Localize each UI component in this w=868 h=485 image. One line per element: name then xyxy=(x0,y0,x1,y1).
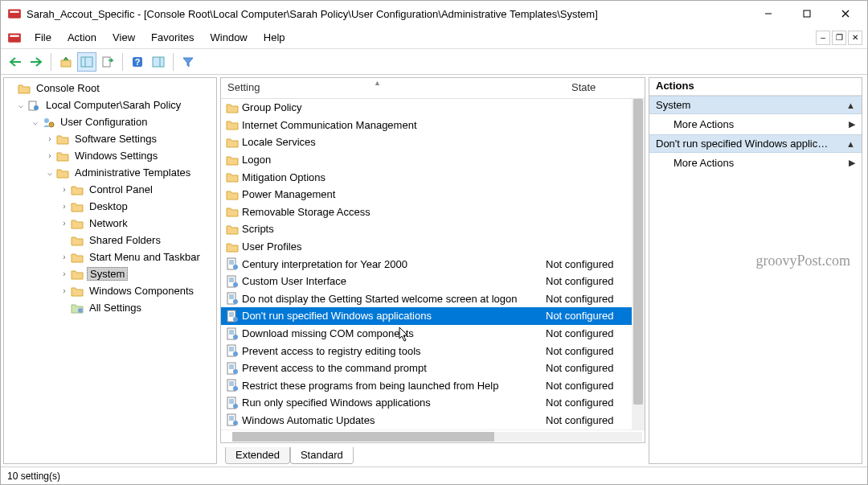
tree-panel[interactable]: ▸ Console Root ⌵ Local Computer\Sarah Po… xyxy=(3,77,217,464)
list-folder-item[interactable]: Power Management xyxy=(221,186,645,203)
menu-view[interactable]: View xyxy=(104,28,143,47)
menu-window[interactable]: Window xyxy=(203,28,256,47)
mdi-minimize-button[interactable]: – xyxy=(816,31,830,45)
list-setting-item[interactable]: Don't run specified Windows applications… xyxy=(221,307,645,325)
svg-rect-8 xyxy=(61,60,71,67)
list-setting-item[interactable]: Run only specified Windows applicationsN… xyxy=(221,394,645,412)
row-label: Do not display the Getting Started welco… xyxy=(242,293,518,305)
tree-desktop[interactable]: › Desktop xyxy=(4,198,216,215)
row-label: Group Policy xyxy=(242,101,301,113)
list-setting-item[interactable]: Century interpretation for Year 2000Not … xyxy=(221,255,645,273)
close-button[interactable] xyxy=(827,2,864,26)
svg-point-50 xyxy=(233,351,238,356)
minimize-button[interactable] xyxy=(750,2,787,26)
tree-all-settings[interactable]: › All Settings xyxy=(4,299,216,316)
tree-administrative-templates[interactable]: ⌵ Administrative Templates xyxy=(4,164,216,181)
forward-button[interactable] xyxy=(27,52,46,72)
row-label: Power Management xyxy=(242,188,335,200)
row-label: Download missing COM components xyxy=(242,327,414,339)
list-folder-item[interactable]: Group Policy xyxy=(221,99,645,117)
show-hide-tree-button[interactable] xyxy=(77,52,96,72)
row-state: Not configured xyxy=(546,397,614,409)
row-label: Run only specified Windows applications xyxy=(242,397,431,409)
action-more-system[interactable]: More Actions ▶ xyxy=(649,114,862,134)
action-more-selected[interactable]: More Actions ▶ xyxy=(649,153,862,173)
list-setting-item[interactable]: Do not display the Getting Started welco… xyxy=(221,290,645,308)
sort-indicator-icon: ▲ xyxy=(374,79,381,87)
tree-shared-folders[interactable]: › Shared Folders xyxy=(4,232,216,249)
tree-console-root[interactable]: ▸ Console Root xyxy=(4,80,216,97)
list-header: ▲ Setting State xyxy=(221,78,645,99)
svg-rect-9 xyxy=(81,57,92,67)
tree-software-settings[interactable]: › Software Settings xyxy=(4,130,216,147)
tree-control-panel[interactable]: › Control Panel xyxy=(4,181,216,198)
list-setting-item[interactable]: Prevent access to registry editing tools… xyxy=(221,342,645,360)
filter-button[interactable] xyxy=(178,52,198,72)
list-folder-item[interactable]: Scripts xyxy=(221,220,645,238)
status-bar: 10 setting(s) xyxy=(1,467,867,484)
show-hide-actions-button[interactable] xyxy=(149,52,168,72)
svg-point-19 xyxy=(49,122,54,127)
row-label: Mitigation Options xyxy=(242,171,326,183)
row-label: Prevent access to registry editing tools xyxy=(242,345,421,357)
settings-list[interactable]: Group PolicyInternet Communication Manag… xyxy=(221,99,645,430)
tree-local-computer-policy[interactable]: ⌵ Local Computer\Sarah Policy xyxy=(4,97,216,113)
svg-point-55 xyxy=(233,369,238,374)
menu-file[interactable]: File xyxy=(27,28,59,47)
tree-start-menu[interactable]: › Start Menu and Taskbar xyxy=(4,249,216,265)
mdi-close-button[interactable]: ✕ xyxy=(848,31,862,45)
svg-rect-6 xyxy=(8,33,21,42)
status-text: 10 setting(s) xyxy=(7,471,60,482)
tree-windows-settings[interactable]: › Windows Settings xyxy=(4,147,216,164)
action-group-system[interactable]: System ▲ xyxy=(649,96,862,114)
tabs-bar: Extended Standard xyxy=(220,445,645,464)
tree-system[interactable]: › System xyxy=(4,265,216,282)
list-folder-item[interactable]: Internet Communication Management xyxy=(221,117,645,134)
row-state: Not configured xyxy=(546,380,614,392)
row-label: Removable Storage Access xyxy=(242,206,371,218)
list-setting-item[interactable]: Download missing COM componentsNot confi… xyxy=(221,325,645,343)
vertical-scrollbar[interactable] xyxy=(632,99,645,430)
svg-point-35 xyxy=(233,299,238,304)
tree-network[interactable]: › Network xyxy=(4,215,216,232)
tab-extended[interactable]: Extended xyxy=(225,447,290,464)
list-folder-item[interactable]: User Profiles xyxy=(221,238,645,256)
column-header-setting[interactable]: Setting xyxy=(221,78,546,98)
action-group-selected[interactable]: Don't run specified Windows applicat... … xyxy=(649,134,862,153)
list-folder-item[interactable]: Logon xyxy=(221,151,645,169)
list-folder-item[interactable]: Removable Storage Access xyxy=(221,203,645,221)
tab-standard[interactable]: Standard xyxy=(290,447,354,464)
list-setting-item[interactable]: Windows Automatic UpdatesNot configured xyxy=(221,412,645,430)
svg-rect-1 xyxy=(10,11,18,13)
row-state: Not configured xyxy=(546,258,614,270)
export-button[interactable] xyxy=(98,52,117,72)
center-panel: ▲ Setting State Group PolicyInternet Com… xyxy=(220,77,645,464)
list-setting-item[interactable]: Prevent access to the command promptNot … xyxy=(221,360,645,377)
horizontal-scrollbar[interactable] xyxy=(232,432,642,442)
menu-action[interactable]: Action xyxy=(59,28,104,47)
row-state: Not configured xyxy=(546,310,614,322)
help-button[interactable]: ? xyxy=(128,52,147,72)
svg-point-25 xyxy=(233,265,238,269)
tree-user-configuration[interactable]: ⌵ User Configuration xyxy=(4,113,216,130)
column-header-state[interactable]: State xyxy=(546,78,645,98)
svg-point-40 xyxy=(233,317,238,322)
list-folder-item[interactable]: Locale Services xyxy=(221,134,645,151)
tree-windows-components[interactable]: › Windows Components xyxy=(4,282,216,299)
list-setting-item[interactable]: Custom User InterfaceNot configured xyxy=(221,273,645,290)
list-folder-item[interactable]: Mitigation Options xyxy=(221,168,645,186)
actions-panel: Actions System ▲ More Actions ▶ Don't ru… xyxy=(649,77,862,464)
back-button[interactable] xyxy=(6,52,25,72)
list-setting-item[interactable]: Restrict these programs from being launc… xyxy=(221,377,645,395)
menu-help[interactable]: Help xyxy=(256,28,293,47)
svg-point-18 xyxy=(44,118,49,123)
title-bar: Sarah_Accout_Specific - [Console Root\Lo… xyxy=(1,1,867,27)
menu-favorites[interactable]: Favorites xyxy=(143,28,202,47)
up-button[interactable] xyxy=(56,52,76,72)
mdi-restore-button[interactable]: ❐ xyxy=(832,31,846,45)
svg-rect-0 xyxy=(8,9,21,18)
row-label: Don't run specified Windows applications xyxy=(242,310,432,322)
row-label: Internet Communication Management xyxy=(242,119,417,131)
maximize-button[interactable] xyxy=(788,2,825,26)
svg-text:?: ? xyxy=(135,57,141,67)
